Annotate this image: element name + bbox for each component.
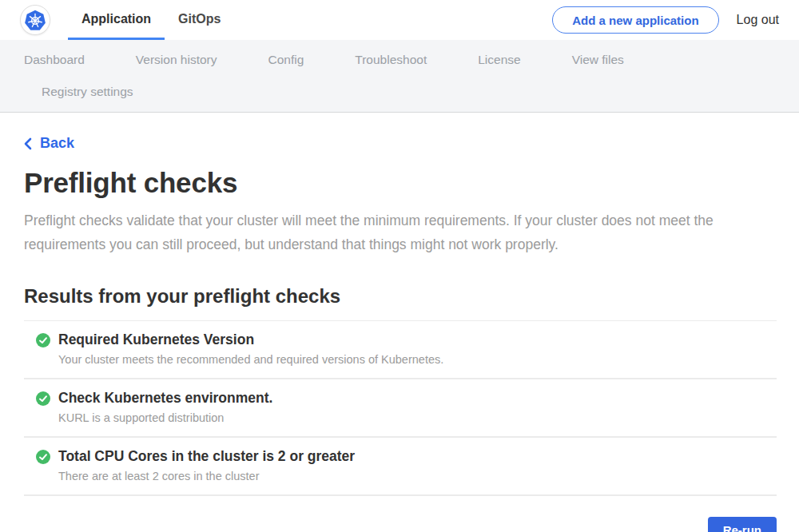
check-pass-icon [36,450,50,467]
subnav-item-troubleshoot[interactable]: Troubleshoot [355,53,427,67]
check-title: Total CPU Cores in the cluster is 2 or g… [58,448,355,464]
subnav-item-config[interactable]: Config [268,53,304,67]
subnav-item-license[interactable]: License [478,53,520,67]
check-texts: Total CPU Cores in the cluster is 2 or g… [58,448,355,483]
subnav-item-view-files[interactable]: View files [572,53,624,67]
preflight-check-row: Required Kubernetes Version Your cluster… [24,321,777,379]
preflight-page: Back Preflight checks Preflight checks v… [0,113,799,532]
subnav-item-registry-settings[interactable]: Registry settings [42,85,133,99]
tab-gitops[interactable]: GitOps [165,0,234,40]
preflight-check-row: Check Kubernetes environment. KURL is a … [24,379,777,438]
check-pass-icon [36,391,50,409]
primary-tabs: Application GitOps [68,0,234,40]
footer-actions: Re-run [24,517,777,532]
subnav-item-version-history[interactable]: Version history [136,53,217,67]
check-texts: Check Kubernetes environment. KURL is a … [58,390,272,425]
page-description: Preflight checks validate that your clus… [24,208,775,256]
app-subnav: Dashboard Version history Config Trouble… [0,40,799,113]
chevron-left-icon [24,137,32,150]
top-header: Application GitOps Add a new application… [0,0,799,40]
page-title: Preflight checks [24,167,777,199]
rerun-button[interactable]: Re-run [708,517,777,532]
check-message: Your cluster meets the recommended and r… [58,353,443,367]
preflight-check-row: Total CPU Cores in the cluster is 2 or g… [24,438,777,496]
subnav-row-2: Registry settings [24,76,775,108]
results-heading: Results from your preflight checks [24,285,777,308]
check-message: KURL is a supported distribution [58,411,272,425]
kubernetes-logo [20,5,50,35]
check-message: There are at least 2 cores in the cluste… [58,470,355,483]
subnav-row-1: Dashboard Version history Config Trouble… [24,44,775,76]
check-pass-icon [36,333,50,351]
check-title: Required Kubernetes Version [58,332,443,347]
back-label: Back [40,135,74,152]
preflight-check-list: Required Kubernetes Version Your cluster… [24,321,777,496]
kubernetes-logo-icon [23,8,47,32]
check-title: Check Kubernetes environment. [58,390,272,406]
back-link[interactable]: Back [24,135,74,152]
logout-link[interactable]: Log out [737,13,779,27]
header-actions: Add a new application Log out [552,0,799,40]
add-new-application-button[interactable]: Add a new application [552,6,718,34]
check-texts: Required Kubernetes Version Your cluster… [58,332,443,367]
subnav-item-dashboard[interactable]: Dashboard [24,53,85,67]
tab-application[interactable]: Application [68,0,165,40]
